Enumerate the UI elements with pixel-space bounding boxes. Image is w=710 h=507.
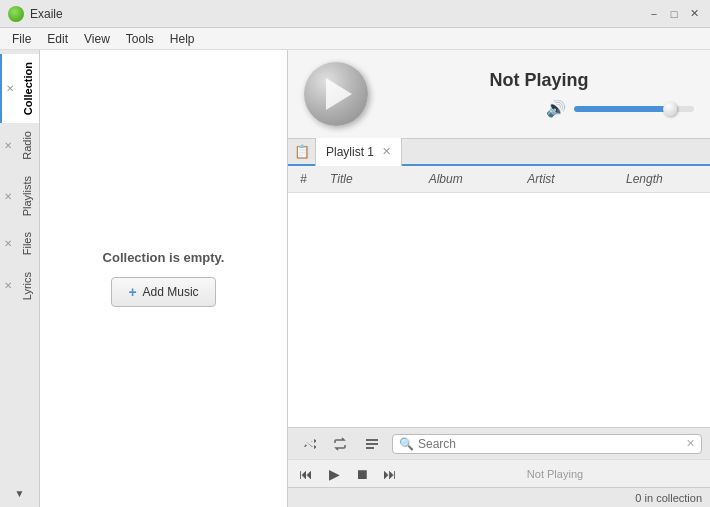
volume-thumb [663,102,677,116]
sidebar-tab-files[interactable]: ✕ Files [0,224,39,263]
sidebar-label-files: Files [19,228,35,259]
menu-help[interactable]: Help [162,30,203,48]
player-status: Not Playing [384,70,694,91]
playlist-tab-label: Playlist 1 [326,145,374,159]
close-button[interactable]: ✕ [686,6,702,22]
repeat-button[interactable] [328,432,352,456]
app-icon [8,6,24,22]
playlist-add-icon[interactable]: 📋 [288,138,316,166]
playlist-tab-close[interactable]: ✕ [382,145,391,158]
next-button[interactable]: ⏭ [380,466,400,482]
col-album: Album [425,170,524,188]
transport-status: Not Playing [408,468,702,480]
bottom-toolbar: 🔍 ✕ [288,427,710,459]
sidebar-tab-playlists[interactable]: ✕ Playlists [0,168,39,224]
search-input[interactable] [418,437,682,451]
sidebar-close-lyrics[interactable]: ✕ [2,280,14,291]
playlist-tabs: 📋 Playlist 1 ✕ [288,138,710,166]
window-controls: − □ ✕ [646,6,702,22]
menu-view[interactable]: View [76,30,118,48]
volume-icon: 🔊 [546,99,566,118]
col-title: Title [326,170,425,188]
search-clear-icon[interactable]: ✕ [686,437,695,450]
svg-rect-0 [366,439,378,441]
maximize-button[interactable]: □ [666,6,682,22]
menu-file[interactable]: File [4,30,39,48]
playlist-tab-1[interactable]: Playlist 1 ✕ [316,138,402,166]
search-box: 🔍 ✕ [392,434,702,454]
sidebar-bottom: ▼ [11,484,29,507]
volume-row: 🔊 [384,99,694,118]
player-right: Not Playing 🔊 [384,70,694,118]
prev-button[interactable]: ⏮ [296,466,316,482]
sidebar-collapse-arrow[interactable]: ▼ [11,484,29,503]
col-length: Length [622,170,702,188]
sidebar-tab-lyrics[interactable]: ✕ Lyrics [0,264,39,308]
menu-tools[interactable]: Tools [118,30,162,48]
add-music-button[interactable]: + Add Music [111,277,215,307]
sidebar-close-playlists[interactable]: ✕ [2,191,14,202]
table-header: # Title Album Artist Length [288,166,710,193]
queue-button[interactable] [360,432,384,456]
window-title: Exaile [30,7,646,21]
collection-count: 0 in collection [635,492,702,504]
sidebar-label-playlists: Playlists [19,172,35,220]
table-body [288,193,710,353]
col-artist: Artist [523,170,622,188]
sidebar-close-collection[interactable]: ✕ [4,83,16,94]
transport-bar: ⏮ ▶ ⏹ ⏭ Not Playing [288,459,710,487]
play-button[interactable] [304,62,368,126]
main-content: ✕ Collection ✕ Radio ✕ Playlists ✕ Files [0,50,710,507]
player-area: Not Playing 🔊 [288,50,710,138]
add-music-label: Add Music [143,285,199,299]
sidebar-label-radio: Radio [19,127,35,164]
volume-slider[interactable] [574,106,694,112]
menu-edit[interactable]: Edit [39,30,76,48]
collection-empty-text: Collection is empty. [103,250,225,265]
search-icon: 🔍 [399,437,414,451]
collection-panel: Collection is empty. + Add Music [40,50,288,507]
shuffle-button[interactable] [296,432,320,456]
sidebar-close-radio[interactable]: ✕ [2,140,14,151]
svg-rect-1 [366,443,378,445]
sidebar: ✕ Collection ✕ Radio ✕ Playlists ✕ Files [0,50,40,507]
sidebar-close-files[interactable]: ✕ [2,238,14,249]
menu-bar: File Edit View Tools Help [0,28,710,50]
sidebar-tab-radio[interactable]: ✕ Radio [0,123,39,168]
status-bar: 0 in collection [288,487,710,507]
col-num: # [296,170,326,188]
play-transport-button[interactable]: ▶ [324,466,344,482]
sidebar-label-lyrics: Lyrics [19,268,35,304]
sidebar-tab-collection[interactable]: ✕ Collection [0,54,39,123]
add-music-plus-icon: + [128,284,136,300]
svg-rect-2 [366,447,374,449]
playlist-table: # Title Album Artist Length [288,166,710,427]
play-triangle-icon [326,78,352,110]
title-bar: Exaile − □ ✕ [0,0,710,28]
sidebar-label-collection: Collection [20,58,36,119]
stop-button[interactable]: ⏹ [352,466,372,482]
right-panel: Not Playing 🔊 📋 Playlist 1 ✕ # Title [288,50,710,507]
minimize-button[interactable]: − [646,6,662,22]
